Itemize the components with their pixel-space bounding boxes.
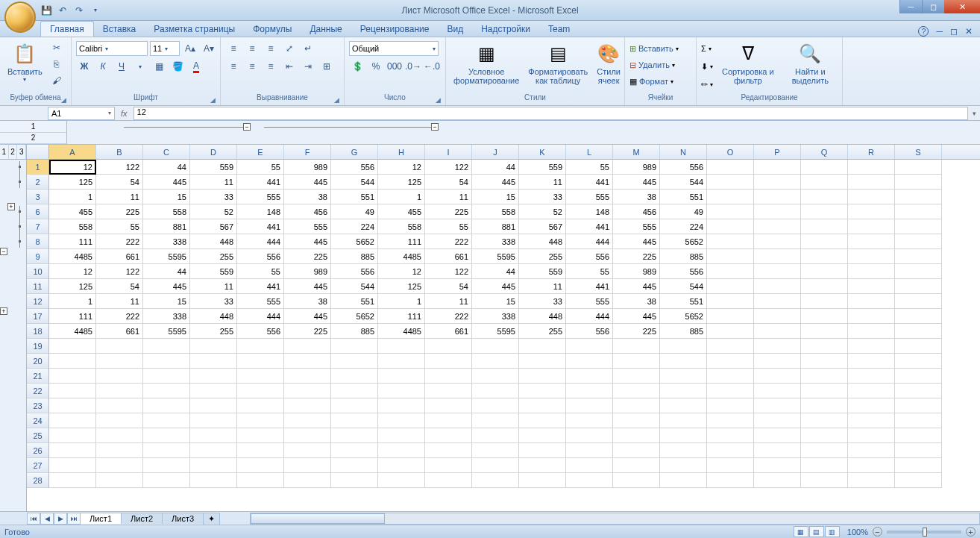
row-header-27[interactable]: 27 (27, 458, 49, 473)
cell-L6[interactable]: 148 (566, 204, 613, 219)
cell-K27[interactable] (519, 458, 566, 473)
cell-O19[interactable] (707, 339, 754, 354)
cell-J1[interactable]: 44 (472, 160, 519, 175)
cell-M9[interactable]: 225 (613, 249, 660, 264)
cell-J23[interactable] (472, 398, 519, 413)
cell-D8[interactable]: 448 (190, 234, 237, 249)
cell-O18[interactable] (707, 324, 754, 339)
cell-C19[interactable] (143, 339, 190, 354)
cell-O17[interactable] (707, 309, 754, 324)
cell-A28[interactable] (49, 473, 96, 488)
cell-K21[interactable] (519, 369, 566, 384)
help-icon[interactable]: ? (918, 26, 929, 37)
cell-A20[interactable] (49, 354, 96, 369)
cell-R9[interactable] (848, 249, 895, 264)
row-header-20[interactable]: 20 (27, 354, 49, 369)
sheet-tab-2[interactable]: Лист2 (121, 513, 163, 524)
cell-E3[interactable]: 555 (237, 190, 284, 204)
cell-N20[interactable] (660, 354, 707, 369)
cell-B11[interactable]: 54 (96, 279, 143, 294)
col-header-A[interactable]: A (49, 145, 96, 159)
col-header-O[interactable]: O (707, 145, 754, 159)
row-header-2[interactable]: 2 (27, 175, 49, 190)
cell-P24[interactable] (754, 413, 801, 428)
increase-decimal-icon[interactable]: .0→ (405, 59, 421, 74)
cell-B21[interactable] (96, 369, 143, 384)
cell-B22[interactable] (96, 384, 143, 398)
bold-button[interactable]: Ж (76, 59, 92, 74)
cell-G24[interactable] (331, 413, 378, 428)
format-cells-button[interactable]: ▦ Формат ▾ (629, 73, 673, 90)
cell-M20[interactable] (613, 354, 660, 369)
cell-K28[interactable] (519, 473, 566, 488)
cell-I28[interactable] (425, 473, 472, 488)
cell-N17[interactable]: 5652 (660, 309, 707, 324)
font-name-combo[interactable]: Calibri▾ (76, 41, 148, 56)
cell-E20[interactable] (237, 354, 284, 369)
cell-G1[interactable]: 556 (331, 160, 378, 175)
row-header-28[interactable]: 28 (27, 473, 49, 488)
font-size-combo[interactable]: 11▾ (150, 41, 180, 56)
cell-J8[interactable]: 338 (472, 234, 519, 249)
cell-F27[interactable] (284, 458, 331, 473)
cell-P25[interactable] (754, 428, 801, 443)
cell-F26[interactable] (284, 443, 331, 458)
cell-F17[interactable]: 445 (284, 309, 331, 324)
cell-L27[interactable] (566, 458, 613, 473)
view-pagebreak-icon[interactable]: ▥ (825, 526, 840, 537)
cell-J18[interactable]: 5595 (472, 324, 519, 339)
row-outline-level-1[interactable]: 1 (0, 145, 9, 159)
cell-S9[interactable] (895, 249, 942, 264)
cell-S10[interactable] (895, 264, 942, 279)
cell-E26[interactable] (237, 443, 284, 458)
cell-C25[interactable] (143, 428, 190, 443)
cell-S27[interactable] (895, 458, 942, 473)
cell-J9[interactable]: 5595 (472, 249, 519, 264)
cell-G26[interactable] (331, 443, 378, 458)
minimize-button[interactable]: ─ (899, 0, 922, 13)
row-header-7[interactable]: 7 (27, 219, 49, 234)
cell-J6[interactable]: 558 (472, 204, 519, 219)
cell-Q22[interactable] (801, 384, 848, 398)
cell-E25[interactable] (237, 428, 284, 443)
insert-cells-button[interactable]: ⊞ Вставить ▾ (629, 40, 679, 57)
cell-F10[interactable]: 989 (284, 264, 331, 279)
cell-R23[interactable] (848, 398, 895, 413)
cell-M7[interactable]: 555 (613, 219, 660, 234)
cell-J2[interactable]: 445 (472, 175, 519, 190)
cell-E24[interactable] (237, 413, 284, 428)
cell-C21[interactable] (143, 369, 190, 384)
cell-N7[interactable]: 224 (660, 219, 707, 234)
cell-F2[interactable]: 445 (284, 175, 331, 190)
cell-H3[interactable]: 1 (378, 190, 425, 204)
view-normal-icon[interactable]: ▦ (794, 526, 808, 537)
cell-A11[interactable]: 125 (49, 279, 96, 294)
cell-S24[interactable] (895, 413, 942, 428)
cell-K23[interactable] (519, 398, 566, 413)
formula-expand-icon[interactable]: ▾ (968, 110, 980, 117)
cell-K8[interactable]: 448 (519, 234, 566, 249)
mdi-minimize-icon[interactable]: ─ (936, 26, 943, 37)
cell-M2[interactable]: 445 (613, 175, 660, 190)
cell-O11[interactable] (707, 279, 754, 294)
underline-button[interactable]: Ч (113, 59, 130, 74)
cell-O21[interactable] (707, 369, 754, 384)
cell-K19[interactable] (519, 339, 566, 354)
col-header-K[interactable]: K (519, 145, 566, 159)
cell-R19[interactable] (848, 339, 895, 354)
cell-Q6[interactable] (801, 204, 848, 219)
cell-I1[interactable]: 122 (425, 160, 472, 175)
cell-J22[interactable] (472, 384, 519, 398)
cell-F9[interactable]: 225 (284, 249, 331, 264)
cell-G11[interactable]: 544 (331, 279, 378, 294)
cell-Q23[interactable] (801, 398, 848, 413)
row-header-1[interactable]: 1 (27, 160, 49, 175)
cell-E9[interactable]: 556 (237, 249, 284, 264)
cell-C28[interactable] (143, 473, 190, 488)
cell-K9[interactable]: 255 (519, 249, 566, 264)
cell-I20[interactable] (425, 354, 472, 369)
cell-D10[interactable]: 559 (190, 264, 237, 279)
cell-N3[interactable]: 551 (660, 190, 707, 204)
row-header-18[interactable]: 18 (27, 324, 49, 339)
format-painter-icon[interactable]: 🖌 (48, 73, 65, 88)
